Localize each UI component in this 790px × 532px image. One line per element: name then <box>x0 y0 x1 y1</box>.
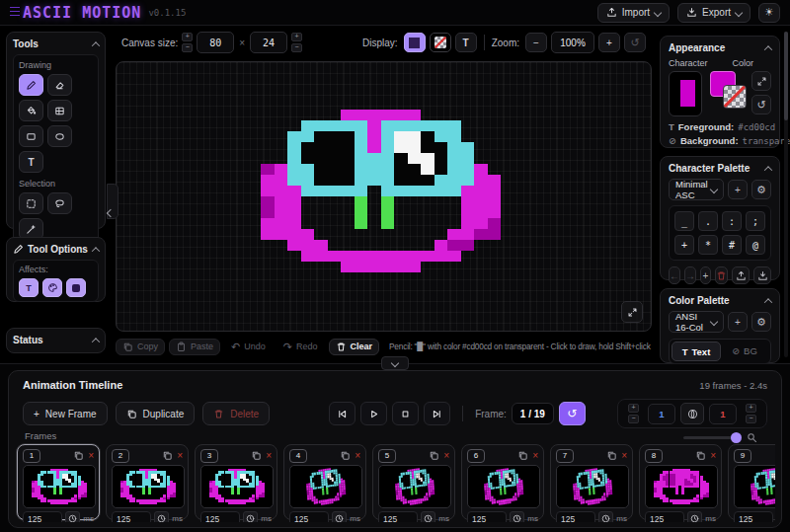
rect-fill-tool-button[interactable] <box>47 100 72 121</box>
first-frame-button[interactable] <box>329 402 356 425</box>
background-color-swatch[interactable] <box>723 85 747 109</box>
sidebar-collapse-handle[interactable] <box>107 184 118 219</box>
tools-panel-header[interactable]: Tools <box>13 38 99 49</box>
theme-toggle-button[interactable]: ☀ <box>758 3 780 23</box>
delete-frame-icon[interactable]: × <box>88 451 94 461</box>
affects-color-toggle[interactable] <box>42 278 62 297</box>
canvas-expand-button[interactable] <box>621 301 643 323</box>
tab-bg-color[interactable]: ⊘ BG <box>721 342 768 359</box>
export-button[interactable]: Export <box>677 3 750 23</box>
lasso-tool-button[interactable] <box>47 192 72 214</box>
frame-thumbnail[interactable] <box>645 465 718 508</box>
import-palette-button[interactable] <box>753 266 771 284</box>
timeline-collapse-handle[interactable] <box>381 356 409 370</box>
duplicate-frame-button[interactable]: Duplicate <box>116 402 196 425</box>
frame-card[interactable]: 8×125ms <box>639 444 722 520</box>
frame-card[interactable]: 7×125ms <box>550 444 633 520</box>
character-palette-header[interactable]: Character Palette <box>669 163 771 174</box>
frame-card[interactable]: 6×125ms <box>461 444 544 520</box>
tool-options-header[interactable]: Tool Options <box>13 244 99 255</box>
frame-thumbnail[interactable] <box>467 465 540 508</box>
frame-duration-input[interactable]: 125 <box>23 511 62 522</box>
frame-thumbnail[interactable] <box>378 465 451 508</box>
loop-toggle-button[interactable]: ↺ <box>559 402 586 425</box>
onion-skin-toggle[interactable] <box>680 403 704 424</box>
canvas-width-stepper[interactable]: +− <box>182 33 193 52</box>
frame-duration-input[interactable]: 125 <box>467 511 507 522</box>
character-button[interactable]: + <box>674 235 694 255</box>
character-button[interactable]: _ <box>674 211 694 231</box>
add-color-palette-button[interactable]: + <box>728 312 748 332</box>
redo-button[interactable]: ↷Redo <box>276 339 325 355</box>
paste-button[interactable]: Paste <box>169 339 220 355</box>
ellipse-tool-button[interactable] <box>47 125 72 147</box>
character-button[interactable]: ; <box>746 211 765 231</box>
display-transparency-toggle[interactable] <box>430 33 451 52</box>
fill-tool-button[interactable] <box>19 100 43 121</box>
onion-next-stepper[interactable]: +− <box>746 404 756 423</box>
zoom-out-button[interactable]: − <box>525 33 547 52</box>
duplicate-frame-icon[interactable] <box>251 450 262 461</box>
stop-button[interactable] <box>392 402 419 425</box>
duplicate-frame-icon[interactable] <box>340 450 351 461</box>
frame-card[interactable]: 9×125ms <box>728 444 775 520</box>
selected-character-swatch[interactable] <box>669 71 702 116</box>
duplicate-frame-icon[interactable] <box>695 450 706 461</box>
pencil-tool-button[interactable] <box>19 74 43 96</box>
frame-duration-input[interactable]: 125 <box>112 511 151 522</box>
frame-duration-input[interactable]: 125 <box>378 511 418 522</box>
tab-text-color[interactable]: T Text <box>672 342 721 361</box>
character-button[interactable]: * <box>698 235 718 255</box>
appearance-header[interactable]: Appearance <box>669 42 771 53</box>
zoom-reset-button[interactable]: ↺ <box>624 33 646 52</box>
zoom-in-button[interactable]: + <box>598 33 620 52</box>
frame-duration-input[interactable]: 125 <box>200 511 240 522</box>
last-frame-button[interactable] <box>424 402 450 425</box>
delete-frame-icon[interactable]: × <box>177 451 183 461</box>
onion-prev-count[interactable]: 1 <box>648 404 675 424</box>
reset-colors-button[interactable]: ↺ <box>751 95 771 114</box>
frame-thumbnail[interactable] <box>289 465 362 508</box>
delete-frame-icon[interactable]: × <box>621 451 627 461</box>
affects-character-toggle[interactable]: T <box>19 278 39 297</box>
affects-background-toggle[interactable] <box>66 278 86 297</box>
frame-thumbnail[interactable] <box>200 465 274 508</box>
add-character-button[interactable]: + <box>700 266 711 284</box>
frame-card[interactable]: 5×125ms <box>372 444 455 520</box>
drawing-canvas[interactable] <box>116 61 652 332</box>
character-button[interactable]: # <box>722 235 742 255</box>
status-panel-header[interactable]: Status <box>13 335 99 345</box>
character-palette-settings-button[interactable]: ⚙ <box>751 180 771 199</box>
char-move-right-button[interactable]: → <box>684 266 696 284</box>
duplicate-frame-icon[interactable] <box>606 450 617 461</box>
color-palette-header[interactable]: Color Palette <box>669 295 771 306</box>
text-tool-button[interactable]: T <box>19 151 43 173</box>
frames-strip[interactable]: 1×125ms2×125ms3×125ms4×125ms5×125ms6×125… <box>15 442 775 522</box>
canvas-height-stepper[interactable]: +− <box>291 33 302 52</box>
character-palette-select[interactable]: Minimal ASC <box>669 179 724 200</box>
delete-frame-icon[interactable]: × <box>710 451 716 461</box>
color-palette-settings-button[interactable]: ⚙ <box>751 312 771 332</box>
duplicate-frame-icon[interactable] <box>73 450 84 461</box>
display-grid-toggle[interactable] <box>404 33 426 52</box>
delete-frame-icon[interactable]: × <box>266 451 272 461</box>
new-frame-button[interactable]: + New Frame <box>23 402 108 425</box>
zoom-value[interactable]: 100% <box>551 32 594 53</box>
character-button[interactable]: : <box>722 211 742 231</box>
clear-button[interactable]: Clear <box>329 339 380 355</box>
frame-thumbnail[interactable] <box>556 465 629 508</box>
duplicate-frame-icon[interactable] <box>517 450 528 461</box>
char-move-left-button[interactable]: ← <box>669 266 680 284</box>
add-character-palette-button[interactable]: + <box>728 180 748 199</box>
right-sidebar-scrollbar[interactable] <box>784 32 788 357</box>
play-button[interactable] <box>360 402 387 425</box>
swap-colors-button[interactable] <box>751 71 771 91</box>
copy-button[interactable]: Copy <box>116 339 165 355</box>
onion-prev-stepper[interactable]: +− <box>628 404 639 423</box>
delete-frame-icon[interactable]: × <box>443 451 449 461</box>
eraser-tool-button[interactable] <box>47 74 72 96</box>
export-palette-button[interactable] <box>732 266 750 284</box>
frame-duration-input[interactable]: 125 <box>289 511 329 522</box>
select-rect-tool-button[interactable] <box>19 192 43 214</box>
frame-card[interactable]: 4×125ms <box>283 444 366 520</box>
